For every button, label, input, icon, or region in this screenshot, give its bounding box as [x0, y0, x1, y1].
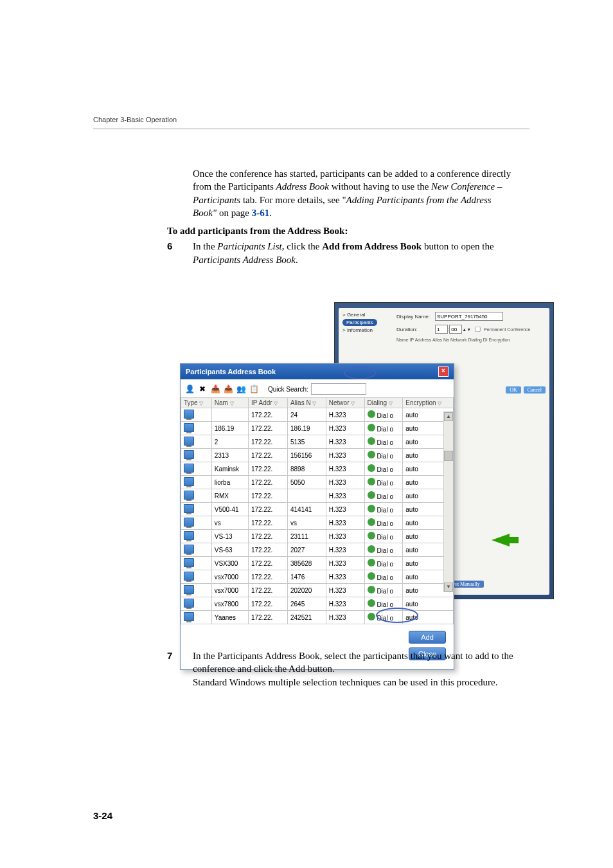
table-row[interactable]: VS-13172.22.23111H.323 Dial oauto [181, 530, 454, 543]
export-icon[interactable]: 📤 [223, 384, 233, 394]
quick-search-label: Quick Search: [268, 386, 308, 393]
vertical-scrollbar[interactable]: ▲ ▼ [443, 411, 454, 592]
alias-cell: 242521 [287, 611, 326, 624]
ok-button[interactable]: OK [506, 386, 521, 393]
text: button [305, 664, 332, 674]
network-cell: H.323 [326, 422, 364, 435]
table-row[interactable]: liorba172.22.5050H.323 Dial oauto [181, 476, 454, 489]
dial-icon [368, 437, 375, 445]
text-italic: Participants List, [217, 241, 284, 251]
sort-icon[interactable]: ▽ [312, 401, 316, 406]
table-row[interactable]: Yaanes172.22.242521H.323 Dial oauto [181, 611, 454, 624]
page-reference-link[interactable]: 3-61 [252, 208, 270, 218]
sort-icon[interactable]: ▽ [274, 401, 278, 406]
participants-table: Type ▽ Nam ▽ IP Addr ▽ Alias N ▽ Networ … [181, 397, 454, 624]
col-ip[interactable]: IP Addr ▽ [249, 398, 288, 408]
type-cell [181, 422, 212, 435]
quick-search-input[interactable] [311, 383, 366, 395]
scroll-down-arrow-icon[interactable]: ▼ [444, 583, 453, 592]
copy-icon[interactable]: 📋 [249, 384, 259, 394]
table-row[interactable]: vs172.22.vsH.323 Dial oauto [181, 516, 454, 530]
table-row[interactable]: 2172.22.5135H.323 Dial oauto [181, 435, 454, 449]
display-name-input[interactable] [435, 312, 503, 321]
dialing-cell: Dial o [364, 530, 403, 543]
sort-icon[interactable]: ▽ [199, 401, 203, 406]
col-alias[interactable]: Alias N ▽ [287, 398, 326, 408]
dialog-titlebar[interactable]: Participants Address Book × [181, 364, 454, 379]
table-row[interactable]: VSX300172.22.385628H.323 Dial oauto [181, 557, 454, 570]
type-cell [181, 449, 212, 462]
sort-icon[interactable]: ▽ [230, 401, 234, 406]
dialing-cell: Dial o [364, 557, 403, 570]
table-row[interactable]: RMX172.22.H.323 Dial oauto [181, 489, 454, 503]
dial-icon [368, 464, 375, 472]
duration-hh-input[interactable] [435, 325, 448, 334]
alias-cell: 5050 [287, 476, 326, 489]
table-row[interactable]: V500-41172.22.414141H.323 Dial oauto [181, 503, 454, 516]
duration-mm-input[interactable] [449, 325, 462, 334]
endpoint-icon [184, 599, 194, 608]
text: without having to use the [329, 181, 431, 192]
sidebar-item-information[interactable]: > Information [342, 327, 377, 333]
name-cell [211, 408, 248, 422]
col-type[interactable]: Type ▽ [181, 398, 212, 408]
alias-cell: 186.19 [287, 422, 326, 435]
scroll-thumb[interactable] [444, 451, 453, 461]
endpoint-icon [184, 612, 194, 621]
text: tab. For more details, see " [240, 195, 346, 205]
sidebar-item-general[interactable]: > General [342, 312, 377, 318]
table-row[interactable]: vsx7000172.22.1476H.323 Dial oauto [181, 570, 454, 584]
table-row[interactable]: vsx7800172.22.2645H.323 Dial oauto [181, 597, 454, 611]
close-icon[interactable]: × [438, 366, 449, 377]
delete-participant-icon[interactable]: ✖ [197, 384, 208, 394]
dial-icon [368, 518, 375, 526]
network-cell: H.323 [326, 503, 364, 516]
network-cell: H.323 [326, 557, 364, 570]
col-name[interactable]: Nam ▽ [211, 398, 248, 408]
spinner-icon[interactable]: ▲▼ [462, 327, 471, 332]
sort-icon[interactable]: ▽ [351, 401, 355, 406]
text-bold: . [332, 664, 335, 674]
sidebar-item-participants-selected[interactable]: Participants [342, 319, 377, 326]
import-icon[interactable]: 📥 [210, 384, 220, 394]
dial-icon [368, 491, 375, 499]
name-cell: VS-13 [211, 530, 248, 543]
sort-icon[interactable]: ▽ [389, 401, 393, 406]
table-row[interactable]: 2313172.22.156156H.323 Dial oauto [181, 449, 454, 462]
table-row[interactable]: 172.22.24H.323 Dial oauto [181, 408, 454, 422]
add-button[interactable]: Add [409, 631, 446, 644]
col-dialing[interactable]: Dialing ▽ [364, 398, 403, 408]
col-label: Networ [329, 399, 350, 406]
name-cell: vsx7000 [211, 570, 248, 584]
new-participant-icon[interactable]: 👤 [184, 384, 195, 394]
scroll-up-arrow-icon[interactable]: ▲ [444, 412, 453, 421]
network-cell: H.323 [326, 597, 364, 611]
col-network[interactable]: Networ ▽ [326, 398, 364, 408]
text-italic: Participants Address Book [217, 651, 319, 661]
cancel-button[interactable]: Cancel [524, 386, 546, 393]
text-bold: Add [289, 664, 305, 674]
type-cell [181, 530, 212, 543]
col-encryption[interactable]: Encryption ▽ [403, 398, 454, 408]
col-label: Nam [215, 399, 228, 406]
permanent-checkbox[interactable] [475, 327, 481, 332]
type-cell [181, 611, 212, 624]
table-row[interactable]: vsx7000172.22.202020H.323 Dial oauto [181, 584, 454, 597]
table-header-row: Type ▽ Nam ▽ IP Addr ▽ Alias N ▽ Networ … [181, 398, 454, 408]
table-row[interactable]: VS-63172.22.2027H.323 Dial oauto [181, 543, 454, 557]
ip-cell: 172.22. [249, 611, 288, 624]
permanent-label: Permanent Conference [484, 327, 530, 332]
type-cell [181, 489, 212, 503]
sort-icon[interactable]: ▽ [438, 401, 441, 406]
name-cell: vsx7000 [211, 584, 248, 597]
encryption-cell: auto [403, 597, 454, 611]
table-row[interactable]: Kaminsk172.22.8898H.323 Dial oauto [181, 462, 454, 476]
alias-cell: 385628 [287, 557, 326, 570]
dialing-cell: Dial o [364, 435, 403, 449]
dialing-cell: Dial o [364, 503, 403, 516]
name-cell: Yaanes [211, 611, 248, 624]
new-group-icon[interactable]: 👥 [236, 384, 246, 394]
ip-cell: 172.22. [249, 557, 288, 570]
name-cell: vs [211, 516, 248, 530]
table-row[interactable]: 186.19172.22.186.19H.323 Dial oauto [181, 422, 454, 435]
